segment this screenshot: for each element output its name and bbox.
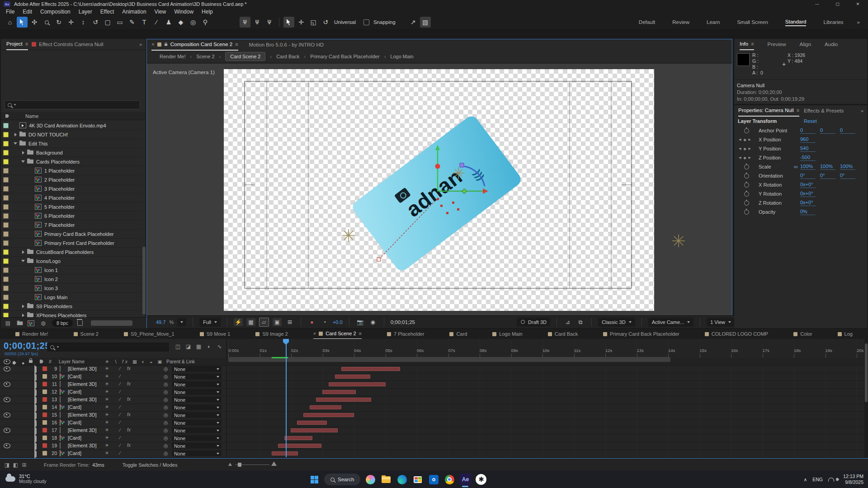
layer-row-20[interactable]: 20[Card]☀ ∕◎None xyxy=(0,450,868,458)
layer-switches[interactable]: ☀ ∕ fx xyxy=(105,412,131,417)
layer-switches[interactable]: ☀ ∕ xyxy=(105,404,123,409)
project-item[interactable]: Background xyxy=(1,148,142,157)
parent-link-dropdown[interactable]: None xyxy=(172,397,222,403)
type-tool-icon[interactable]: T xyxy=(139,17,150,28)
workspace-learn[interactable]: Learn xyxy=(707,19,720,26)
pickwhip-icon[interactable]: ◎ xyxy=(164,397,168,403)
workspace-small-screen[interactable]: Small Screen xyxy=(737,19,768,26)
visibility-eye-icon[interactable] xyxy=(4,397,10,403)
roto-brush-icon[interactable]: ◎ xyxy=(188,17,198,28)
timeline-vertical-scrollbar[interactable] xyxy=(864,339,868,457)
timeline-tab-logo-main[interactable]: Logo Main xyxy=(492,329,522,339)
visibility-eye-icon[interactable] xyxy=(4,413,10,418)
layer-switches[interactable]: ☀ ∕ xyxy=(105,420,123,425)
layer-switches[interactable]: ☀ ∕ xyxy=(105,389,123,394)
name-column-header[interactable]: Name xyxy=(25,113,38,119)
tab-properties[interactable]: Properties: Camera Null≡ xyxy=(738,105,799,117)
axis-local-icon[interactable]: ⋔ xyxy=(240,17,250,28)
menu-file[interactable]: File xyxy=(2,9,19,15)
parent-link-dropdown[interactable]: None xyxy=(172,443,222,449)
project-vertical-scrollbar[interactable] xyxy=(142,247,146,314)
layer-switches[interactable]: ☀ ∕ xyxy=(105,435,123,440)
project-item[interactable]: 6 Placeholder xyxy=(1,211,142,221)
twirl-icon[interactable] xyxy=(34,367,37,372)
puppet-pin-icon[interactable]: ⚲ xyxy=(200,17,211,28)
rotation-tool-icon[interactable]: ↺ xyxy=(90,17,101,28)
layer-row-18[interactable]: 18[Card]☀ ∕◎None xyxy=(0,434,868,442)
layer-duration-bar[interactable] xyxy=(310,405,341,409)
view-layout-dropdown[interactable]: 1 View xyxy=(707,318,735,327)
orbit-camera-icon[interactable]: ↻ xyxy=(53,17,64,28)
pickwhip-icon[interactable]: ◎ xyxy=(164,435,168,441)
layer-name[interactable]: [Card] xyxy=(68,374,81,379)
parent-link-dropdown[interactable]: None xyxy=(172,374,222,380)
file-explorer-icon[interactable] xyxy=(380,474,392,485)
property-value[interactable]: 0% xyxy=(800,209,816,215)
frame-blend-icon[interactable]: ▦ xyxy=(194,343,203,351)
label-chip[interactable] xyxy=(3,240,9,246)
label-chip[interactable] xyxy=(42,397,47,402)
clone-stamp-icon[interactable]: ♟ xyxy=(163,17,174,28)
parent-link-dropdown[interactable]: None xyxy=(172,404,222,410)
timeline-tab-card-back[interactable]: Card Back xyxy=(548,329,578,339)
twirl-icon[interactable] xyxy=(34,413,37,418)
layer-duration-bar[interactable] xyxy=(303,413,354,417)
menu-window[interactable]: Window xyxy=(170,9,198,15)
snapping-checkbox[interactable] xyxy=(363,19,369,25)
pickwhip-icon[interactable]: ◎ xyxy=(164,381,168,387)
timeline-tab-scene-2[interactable]: Scene 2 xyxy=(74,329,99,339)
layer-switches[interactable]: ☀ ∕ fx xyxy=(105,366,131,371)
motion-blur-icon[interactable]: ◐ xyxy=(205,343,213,351)
layer-row-19[interactable]: 19[Element 3D]☀ ∕ fx◎None xyxy=(0,442,868,450)
layer-row-13[interactable]: 13[Element 3D]☀ ∕ fx◎None xyxy=(0,396,868,404)
tab-composition-1[interactable]: Motion Bro 5.0.6 - by INTRO HD xyxy=(249,40,324,50)
shy-layers-icon[interactable]: ◪ xyxy=(184,343,193,351)
project-item[interactable]: Primary Card Back Placeholder xyxy=(1,230,142,239)
zoom-slider-handle[interactable] xyxy=(238,463,241,467)
playhead-line[interactable] xyxy=(286,339,287,457)
layer-name[interactable]: [Element 3D] xyxy=(68,366,97,371)
home-icon[interactable]: ⌂ xyxy=(5,17,15,28)
property-value[interactable]: -500 xyxy=(800,155,816,161)
guide-options-icon[interactable]: ⊞ xyxy=(285,318,294,326)
number-column-header[interactable]: # xyxy=(49,359,52,364)
menu-layer[interactable]: Layer xyxy=(75,9,96,15)
label-chip[interactable] xyxy=(42,405,47,409)
timeline-tab-7-placeholder[interactable]: 7 Placeholder xyxy=(387,329,424,339)
project-item[interactable]: 4 Placeholder xyxy=(1,193,142,202)
tab-info[interactable]: Info≡ xyxy=(740,39,754,50)
twirl-icon[interactable] xyxy=(34,436,37,441)
tab-composition-0[interactable]: ×Composition Card Scene 2≡ xyxy=(151,39,238,51)
interpret-footage-icon[interactable]: ▤ xyxy=(4,319,12,327)
timeline-tab-render-me-[interactable]: Render Me! xyxy=(15,329,48,339)
stopwatch-icon[interactable] xyxy=(739,174,759,178)
label-chip[interactable] xyxy=(3,231,9,237)
label-chip[interactable] xyxy=(3,295,9,300)
parent-link-dropdown[interactable]: None xyxy=(172,412,222,418)
layer-duration-bar[interactable] xyxy=(316,398,371,402)
twirl-icon[interactable] xyxy=(34,382,37,388)
layer-switches-pane-icon[interactable]: ◨ xyxy=(3,461,11,469)
zoom-in-mountain-icon[interactable] xyxy=(271,461,277,466)
layer-switches[interactable]: ☀ ∕ fx xyxy=(105,427,131,432)
label-chip[interactable] xyxy=(3,249,9,255)
breadcrumb-item[interactable]: Logo Main xyxy=(390,54,413,59)
magnification-dropdown[interactable]: Full xyxy=(199,318,221,327)
layer-name[interactable]: [Card] xyxy=(68,435,81,441)
viewer-timecode[interactable]: 0;00;01;25 xyxy=(391,319,415,325)
in-out-pane-icon[interactable]: ⊞ xyxy=(20,461,28,469)
layer-duration-bar[interactable] xyxy=(322,390,356,394)
menu-edit[interactable]: Edit xyxy=(19,9,36,15)
channel-rgb-icon[interactable]: ● xyxy=(307,318,316,326)
timeline-tab-log[interactable]: Log xyxy=(838,329,853,339)
keyframe-navigator[interactable]: ◀◆▶ xyxy=(739,147,759,151)
breadcrumb-item[interactable]: Card Back xyxy=(276,54,299,59)
menu-composition[interactable]: Composition xyxy=(36,9,75,15)
visibility-eye-icon[interactable] xyxy=(4,382,10,388)
workspace-libraries[interactable]: Libraries xyxy=(823,19,843,26)
twirl-icon[interactable] xyxy=(34,421,37,426)
project-item[interactable]: Icon 1 xyxy=(1,266,142,275)
clock-widget[interactable]: 12:13 PM 9/8/2025 xyxy=(843,474,863,485)
extended-viewer-icon[interactable]: ⧉ xyxy=(576,318,585,326)
property-value[interactable]: 0° xyxy=(820,173,835,179)
